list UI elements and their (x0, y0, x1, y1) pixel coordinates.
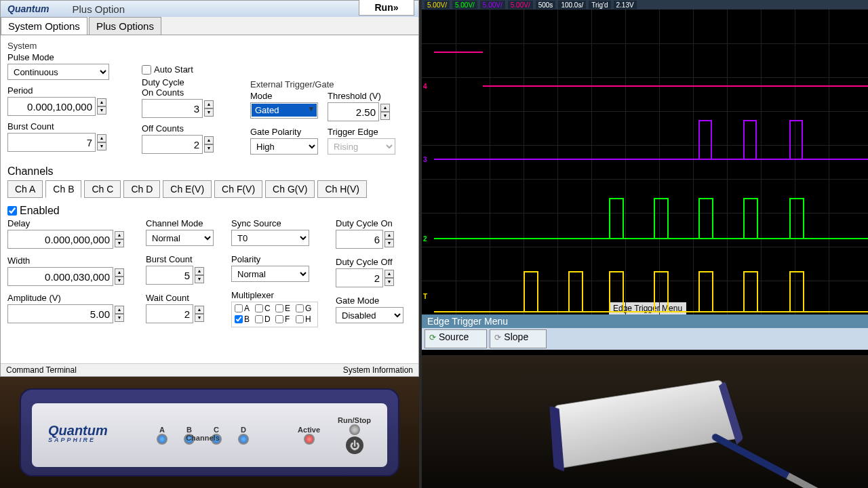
channel-led-label: B (186, 426, 192, 434)
mux-checkbox-d[interactable] (255, 315, 263, 323)
trigger-edge-label: Trigger Edge (328, 127, 395, 137)
tab-system-options[interactable]: System Options (1, 17, 87, 35)
enabled-checkbox[interactable] (7, 206, 17, 216)
duty-cycle-off-input[interactable] (336, 268, 383, 287)
down-icon[interactable]: ▼ (115, 239, 124, 247)
pulse-mode-select[interactable]: Continuous (7, 64, 109, 80)
gate-mode-label: Gate Mode (336, 296, 403, 306)
command-terminal-link[interactable]: Command Terminal (6, 365, 77, 375)
runstop-led (349, 424, 360, 435)
down-icon[interactable]: ▼ (97, 106, 106, 115)
mux-checkbox-h[interactable] (296, 315, 304, 323)
threshold-input[interactable] (328, 102, 379, 121)
mux-checkbox-a[interactable] (235, 304, 243, 312)
scope-grid: Edge Trigger Menu 432T (422, 9, 868, 314)
runstop-label: Run/Stop (338, 416, 371, 424)
down-icon[interactable]: ▼ (115, 277, 124, 285)
off-counts-input[interactable] (142, 135, 203, 154)
up-icon[interactable]: ▲ (204, 100, 214, 108)
edge-trigger-menu: Edge Trigger Menu ⟳Source ⟳Slope (422, 314, 868, 350)
mux-checkbox-b[interactable] (235, 315, 243, 323)
channel-mode-label: Channel Mode (146, 218, 214, 228)
scope-badge: 2.13V (614, 1, 637, 9)
trigger-source-button[interactable]: ⟳Source (425, 329, 487, 348)
down-icon[interactable]: ▼ (380, 112, 390, 120)
up-icon[interactable]: ▲ (115, 306, 124, 314)
up-icon[interactable]: ▲ (115, 231, 124, 239)
enabled-label: Enabled (20, 205, 60, 217)
width-input[interactable] (7, 267, 113, 286)
mode-select[interactable]: Gated ▼ (250, 102, 318, 119)
channel-tab-chfv[interactable]: Ch F(V) (214, 180, 262, 198)
mux-checkbox-f[interactable] (275, 315, 283, 323)
run-button[interactable]: Run» (359, 0, 414, 16)
duty-cycle-on-label: Duty Cycle On (336, 218, 403, 228)
mux-checkbox-g[interactable] (296, 304, 304, 312)
device-photo-front: QuantumSAPPHIRE ABCD Channels Active Run… (0, 377, 419, 488)
channel-tab-chhv[interactable]: Ch H(V) (317, 180, 367, 198)
burst-count-input[interactable] (7, 133, 96, 152)
wait-count-input[interactable] (146, 304, 193, 323)
down-icon[interactable]: ▼ (195, 275, 204, 283)
period-label: Period (7, 85, 128, 96)
app-title: Plus Option (72, 3, 125, 15)
burst-count-label: Burst Count (7, 121, 128, 131)
ch-burst-label: Burst Count (146, 254, 214, 264)
period-input[interactable] (7, 97, 96, 116)
delay-input[interactable] (7, 230, 113, 249)
up-icon[interactable]: ▲ (204, 136, 214, 144)
channel-tab-cha[interactable]: Ch A (7, 180, 43, 198)
up-icon[interactable]: ▲ (384, 270, 394, 278)
up-icon[interactable]: ▲ (195, 267, 204, 275)
duty-cycle-on-input[interactable] (336, 230, 383, 249)
down-icon[interactable]: ▼ (384, 239, 394, 247)
pen-prop (711, 432, 822, 488)
channel-tab-chc[interactable]: Ch C (84, 180, 121, 198)
gate-polarity-label: Gate Polarity (250, 127, 318, 137)
up-icon[interactable]: ▲ (380, 104, 390, 112)
channel-tab-chb[interactable]: Ch B (45, 180, 81, 198)
up-icon[interactable]: ▲ (97, 134, 106, 142)
main-tabs: System Options Plus Options (1, 17, 418, 35)
logo: Quantum (3, 3, 53, 14)
channel-tab-chgv[interactable]: Ch G(V) (265, 180, 315, 198)
auto-start-checkbox[interactable] (142, 65, 151, 75)
system-info-link[interactable]: System Information (343, 365, 413, 375)
channel-tab-chd[interactable]: Ch D (123, 180, 160, 198)
form-body: System Pulse Mode Continuous Period ▲▼ B… (1, 35, 418, 334)
active-led (304, 434, 315, 445)
ch-burst-input[interactable] (146, 266, 193, 285)
scope-badge: 5.00V/ (452, 1, 477, 9)
mux-checkbox-e[interactable] (275, 304, 283, 312)
channel-mode-select[interactable]: Normal (146, 230, 214, 246)
down-icon[interactable]: ▼ (204, 108, 214, 117)
sync-source-select[interactable]: T0 (231, 230, 309, 246)
down-icon[interactable]: ▼ (195, 314, 204, 322)
down-icon[interactable]: ▼ (204, 144, 214, 152)
refresh-icon: ⟳ (494, 333, 501, 342)
tab-plus-options[interactable]: Plus Options (89, 17, 161, 35)
channel-marker: 4 (423, 83, 427, 90)
mux-checkbox-c[interactable] (255, 304, 263, 312)
polarity-select[interactable]: Normal (231, 266, 309, 282)
channel-tab-chev[interactable]: Ch E(V) (163, 180, 212, 198)
amplitude-input[interactable] (7, 304, 113, 323)
up-icon[interactable]: ▲ (384, 231, 394, 239)
down-icon[interactable]: ▼ (97, 142, 106, 150)
gate-mode-select[interactable]: Disabled (336, 307, 403, 323)
duty-on-input[interactable] (142, 99, 203, 118)
scope-badge: 100.0s/ (558, 1, 586, 9)
wait-count-label: Wait Count (146, 293, 214, 303)
power-icon: ⏻ (346, 436, 363, 454)
refresh-icon: ⟳ (429, 333, 436, 342)
up-icon[interactable]: ▲ (97, 98, 106, 106)
down-icon[interactable]: ▼ (115, 314, 124, 322)
gate-polarity-select[interactable]: High (250, 138, 318, 155)
down-icon[interactable]: ▼ (384, 278, 394, 286)
trigger-slope-button[interactable]: ⟳Slope (490, 329, 547, 348)
header-bar: Quantum Plus Option Run» (1, 1, 418, 17)
up-icon[interactable]: ▲ (115, 268, 124, 277)
ext-trigger-header: External Trigger/Gate (250, 79, 395, 89)
channel-marker: 3 (423, 156, 427, 163)
up-icon[interactable]: ▲ (195, 306, 204, 314)
